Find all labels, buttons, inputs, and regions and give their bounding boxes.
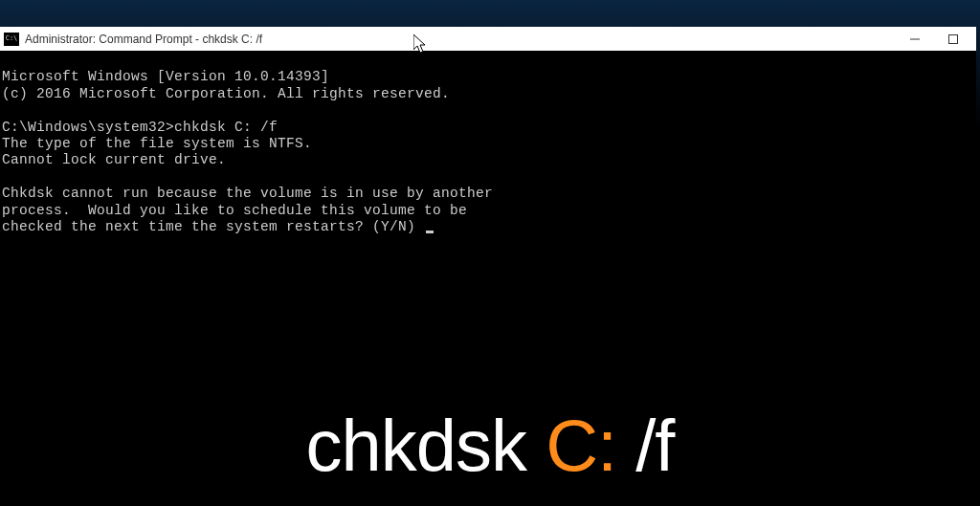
svg-rect-1 bbox=[949, 34, 958, 43]
terminal-line: process. Would you like to schedule this… bbox=[2, 203, 467, 218]
window-title: Administrator: Command Prompt - chkdsk C… bbox=[25, 33, 896, 46]
titlebar[interactable]: Administrator: Command Prompt - chkdsk C… bbox=[0, 27, 976, 51]
overlay-caption: chkdsk C: /f bbox=[0, 404, 980, 487]
terminal-cursor bbox=[426, 231, 434, 233]
maximize-button[interactable] bbox=[934, 27, 972, 51]
caption-part-1: chkdsk bbox=[305, 405, 546, 486]
terminal-prompt-line: C:\Windows\system32>chkdsk C: /f bbox=[2, 120, 278, 135]
terminal-line: Cannot lock current drive. bbox=[2, 152, 226, 167]
caption-part-2: C: bbox=[546, 405, 616, 486]
terminal-line: Chkdsk cannot run because the volume is … bbox=[2, 186, 493, 201]
cmd-icon bbox=[4, 33, 19, 46]
caption-part-3: /f bbox=[616, 405, 674, 486]
terminal-line: The type of the file system is NTFS. bbox=[2, 136, 312, 151]
terminal-line: (c) 2016 Microsoft Corporation. All righ… bbox=[2, 86, 450, 101]
terminal-line: Microsoft Windows [Version 10.0.14393] bbox=[2, 69, 329, 84]
terminal-line: checked the next time the system restart… bbox=[2, 219, 434, 234]
minimize-button[interactable] bbox=[896, 27, 934, 51]
window-controls bbox=[896, 27, 972, 51]
